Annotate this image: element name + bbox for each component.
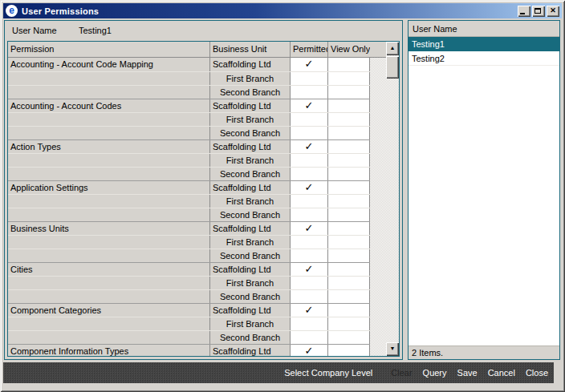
action-query[interactable]: Query bbox=[423, 368, 447, 378]
view-only-cell[interactable] bbox=[327, 277, 370, 289]
permitted-cell[interactable]: ✓ bbox=[290, 181, 327, 194]
view-only-cell[interactable] bbox=[327, 345, 370, 357]
view-only-cell[interactable] bbox=[327, 113, 370, 126]
permitted-cell[interactable] bbox=[290, 317, 327, 330]
permitted-cell[interactable]: ✓ bbox=[290, 304, 327, 317]
view-only-cell[interactable] bbox=[327, 317, 370, 330]
table-row: Second Branch bbox=[8, 330, 370, 344]
permitted-cell[interactable] bbox=[290, 249, 327, 262]
checkmark-icon: ✓ bbox=[291, 304, 327, 316]
view-only-cell[interactable] bbox=[327, 154, 370, 167]
minimize-button[interactable] bbox=[518, 6, 530, 17]
view-only-cell[interactable] bbox=[327, 58, 370, 71]
table-row: First Branch bbox=[8, 153, 370, 167]
view-only-cell[interactable] bbox=[327, 168, 370, 180]
permitted-cell[interactable] bbox=[290, 127, 327, 139]
titlebar[interactable]: e User Permissions ✕ bbox=[3, 3, 562, 18]
permission-cell bbox=[8, 249, 209, 262]
list-item-testing1[interactable]: Testing1 bbox=[409, 37, 559, 51]
view-only-cell[interactable] bbox=[327, 127, 370, 139]
table-row: Accounting - Account Code MappingScaffol… bbox=[8, 58, 370, 71]
business-unit-cell: Second Branch bbox=[209, 290, 290, 303]
view-only-cell[interactable] bbox=[327, 208, 370, 221]
permitted-cell[interactable] bbox=[290, 290, 327, 303]
close-button[interactable]: ✕ bbox=[547, 6, 559, 17]
table-row: First Branch bbox=[8, 71, 370, 85]
view-only-cell[interactable] bbox=[327, 181, 370, 194]
permitted-cell[interactable] bbox=[290, 195, 327, 208]
permitted-cell[interactable]: ✓ bbox=[290, 99, 327, 112]
action-cancel[interactable]: Cancel bbox=[488, 368, 515, 378]
permission-cell bbox=[8, 236, 209, 249]
permitted-cell[interactable] bbox=[290, 86, 327, 99]
view-only-cell[interactable] bbox=[327, 195, 370, 208]
view-only-cell[interactable] bbox=[327, 236, 370, 249]
table-row: Accounting - Account CodesScaffolding Lt… bbox=[8, 99, 370, 112]
column-header-permission[interactable]: Permission bbox=[8, 42, 209, 57]
permission-cell: Accounting - Account Code Mapping bbox=[8, 58, 209, 71]
view-only-cell[interactable] bbox=[327, 72, 370, 85]
business-unit-cell: Scaffolding Ltd bbox=[209, 140, 290, 153]
business-unit-cell: Scaffolding Ltd bbox=[209, 345, 290, 357]
action-select-company-level[interactable]: Select Company Level bbox=[284, 368, 372, 378]
checkmark-icon: ✓ bbox=[291, 222, 327, 234]
permission-cell bbox=[8, 86, 209, 99]
permitted-cell[interactable] bbox=[290, 113, 327, 126]
action-close[interactable]: Close bbox=[526, 368, 548, 378]
table-body: Accounting - Account Code MappingScaffol… bbox=[8, 58, 399, 357]
permitted-cell[interactable] bbox=[290, 168, 327, 180]
permitted-cell[interactable] bbox=[290, 154, 327, 167]
maximize-button[interactable] bbox=[532, 6, 545, 17]
scroll-up-icon[interactable]: ▲ bbox=[386, 42, 399, 55]
vertical-scrollbar[interactable]: ▲ ▼ bbox=[386, 42, 399, 356]
view-only-cell[interactable] bbox=[327, 263, 370, 276]
permitted-cell[interactable]: ✓ bbox=[290, 345, 327, 357]
view-only-cell[interactable] bbox=[327, 331, 370, 344]
permission-cell bbox=[8, 154, 209, 167]
items-count-status: 2 Items. bbox=[409, 346, 559, 359]
view-only-cell[interactable] bbox=[327, 99, 370, 112]
permitted-cell[interactable]: ✓ bbox=[290, 263, 327, 276]
action-bar: Select Company LevelClearQuerySaveCancel… bbox=[3, 362, 554, 383]
column-header-business-unit[interactable]: Business Unit bbox=[209, 42, 290, 57]
business-unit-cell: Scaffolding Ltd bbox=[209, 181, 290, 194]
view-only-cell[interactable] bbox=[327, 249, 370, 262]
permission-cell: Accounting - Account Codes bbox=[8, 99, 209, 112]
column-header-view-only[interactable]: View Only bbox=[327, 42, 370, 57]
close-icon: ✕ bbox=[547, 6, 559, 16]
table-row: Second Branch bbox=[8, 167, 370, 180]
permissions-panel: User Name Testing1 Permission Business U… bbox=[4, 20, 403, 360]
column-header-permitted[interactable]: Permitted bbox=[290, 42, 327, 57]
permitted-cell[interactable] bbox=[290, 208, 327, 221]
view-only-cell[interactable] bbox=[327, 140, 370, 153]
list-item-testing2[interactable]: Testing2 bbox=[409, 51, 559, 66]
view-only-cell[interactable] bbox=[327, 222, 370, 235]
scroll-down-icon[interactable]: ▼ bbox=[386, 342, 399, 356]
permitted-cell[interactable]: ✓ bbox=[290, 58, 327, 71]
view-only-cell[interactable] bbox=[327, 304, 370, 317]
business-unit-cell: Second Branch bbox=[209, 86, 290, 99]
table-row: Application SettingsScaffolding Ltd✓ bbox=[8, 180, 370, 194]
permission-cell bbox=[8, 290, 209, 303]
scrollbar-thumb[interactable] bbox=[386, 56, 399, 79]
permission-cell: Component Categories bbox=[8, 304, 209, 317]
permission-cell: Business Units bbox=[8, 222, 209, 235]
permission-cell: Application Settings bbox=[8, 181, 209, 194]
permitted-cell[interactable]: ✓ bbox=[290, 140, 327, 153]
action-clear[interactable]: Clear bbox=[391, 368, 412, 378]
user-list-panel: User Name Testing1Testing2 2 Items. bbox=[408, 20, 560, 360]
permitted-cell[interactable] bbox=[290, 331, 327, 344]
business-unit-cell: Second Branch bbox=[209, 208, 290, 221]
permitted-cell[interactable]: ✓ bbox=[290, 222, 327, 235]
action-save[interactable]: Save bbox=[457, 368, 478, 378]
business-unit-cell: Scaffolding Ltd bbox=[209, 58, 290, 71]
permitted-cell[interactable] bbox=[290, 236, 327, 249]
window-title: User Permissions bbox=[22, 6, 99, 16]
user-name-value: Testing1 bbox=[79, 21, 112, 40]
view-only-cell[interactable] bbox=[327, 86, 370, 99]
permitted-cell[interactable] bbox=[290, 277, 327, 289]
view-only-cell[interactable] bbox=[327, 290, 370, 303]
permitted-cell[interactable] bbox=[290, 72, 327, 85]
table-row: First Branch bbox=[8, 317, 370, 330]
business-unit-cell: First Branch bbox=[209, 277, 290, 289]
